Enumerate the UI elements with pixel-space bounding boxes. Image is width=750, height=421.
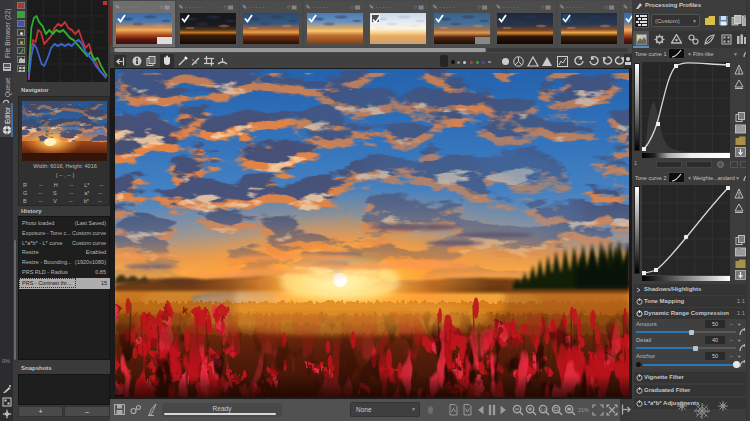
svg-text:1:1: 1:1 bbox=[540, 407, 546, 412]
